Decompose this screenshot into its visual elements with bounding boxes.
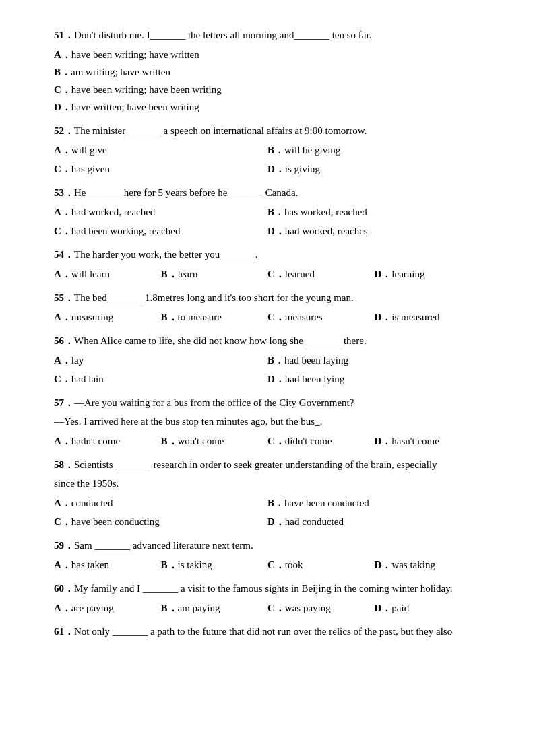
option-label: D． bbox=[375, 312, 392, 322]
option-text: had been laying bbox=[284, 355, 348, 366]
option-text: didn't come bbox=[285, 436, 332, 446]
option-label: B． bbox=[54, 67, 71, 77]
option: B．am paying bbox=[161, 599, 268, 617]
option-label: B． bbox=[161, 269, 178, 279]
option: C．had been working, reached bbox=[54, 222, 268, 240]
option-text: have been writing; have written bbox=[71, 49, 199, 60]
option: D．had worked, reaches bbox=[268, 222, 481, 240]
options-grid: A．measuringB．to measureC．measuresD．is me… bbox=[54, 308, 481, 326]
option-text: have been conducted bbox=[284, 497, 369, 508]
option-text: have written; have been writing bbox=[71, 102, 199, 112]
option-label: C． bbox=[268, 269, 285, 279]
option: B．is taking bbox=[161, 556, 268, 574]
option: B．will be giving bbox=[268, 141, 481, 159]
option-label: A． bbox=[54, 559, 71, 570]
option-text: had conducted bbox=[285, 516, 344, 527]
option-label: A． bbox=[54, 49, 71, 60]
option: A．has taken bbox=[54, 556, 161, 574]
option-text: measuring bbox=[71, 312, 113, 322]
question-block: 59．Sam _______ advanced literature next … bbox=[54, 537, 481, 574]
option: D．had been lying bbox=[268, 370, 481, 388]
option-label: C． bbox=[54, 84, 71, 95]
question-text: 55．The bed_______ 1.8metres long and it'… bbox=[54, 289, 481, 306]
option: A．will learn bbox=[54, 265, 161, 283]
question-block: 52．The minister_______ a speech on inter… bbox=[54, 123, 481, 178]
option-text: had worked, reaches bbox=[285, 226, 368, 236]
option: C．didn't come bbox=[268, 432, 375, 450]
option-label: C． bbox=[54, 164, 71, 174]
option: A．measuring bbox=[54, 308, 161, 326]
question-block: 51．Don't disturb me. I_______ the letter… bbox=[54, 27, 481, 116]
option-text: learning bbox=[391, 269, 424, 279]
option-text: paid bbox=[391, 603, 409, 613]
option: B．have been conducted bbox=[268, 494, 481, 512]
question-text: 56．When Alice came to life, she did not … bbox=[54, 333, 481, 349]
option-label: B． bbox=[161, 312, 178, 322]
question-block: 57．—Are you waiting for a bus from the o… bbox=[54, 394, 481, 450]
option-label: B． bbox=[268, 355, 284, 366]
option-text: had been working, reached bbox=[71, 226, 181, 236]
option: C．learned bbox=[268, 265, 375, 283]
question-text: 51．Don't disturb me. I_______ the letter… bbox=[54, 27, 481, 43]
question-block: 56．When Alice came to life, she did not … bbox=[54, 333, 481, 388]
option-label: D． bbox=[375, 436, 392, 446]
option-text: was paying bbox=[285, 603, 331, 613]
option: D．have written; have been writing bbox=[54, 98, 481, 116]
option-label: A． bbox=[54, 207, 71, 217]
option-text: measures bbox=[285, 312, 323, 322]
option: B．has worked, reached bbox=[268, 203, 481, 221]
option-text: had worked, reached bbox=[71, 207, 156, 217]
option-text: had lain bbox=[71, 374, 104, 384]
option-label: A． bbox=[54, 436, 71, 446]
option-text: has worked, reached bbox=[284, 207, 367, 217]
option-label: B． bbox=[161, 559, 178, 570]
options-grid: A．will giveB．will be givingC．has givenD．… bbox=[54, 141, 481, 178]
option-text: have been conducting bbox=[71, 516, 160, 527]
option: D．had conducted bbox=[268, 513, 481, 530]
option-text: has given bbox=[71, 164, 110, 174]
option-label: C． bbox=[54, 516, 71, 527]
question-text: 61．Not only _______ a path to the future… bbox=[54, 623, 481, 640]
option: D．hasn't come bbox=[375, 432, 482, 450]
question-block: 58．Scientists _______ research in order … bbox=[54, 456, 481, 530]
options-grid: A．are payingB．am payingC．was payingD．pai… bbox=[54, 599, 481, 617]
option-text: am paying bbox=[178, 603, 220, 613]
option-text: learned bbox=[285, 269, 315, 279]
question-block: 55．The bed_______ 1.8metres long and it'… bbox=[54, 289, 481, 326]
question-text: 52．The minister_______ a speech on inter… bbox=[54, 123, 481, 139]
option-text: will learn bbox=[71, 269, 110, 279]
option-label: D． bbox=[268, 516, 285, 527]
option: D．paid bbox=[375, 599, 482, 617]
option-text: will give bbox=[71, 145, 107, 156]
option-text: are paying bbox=[71, 603, 114, 613]
option: C．have been conducting bbox=[54, 513, 268, 530]
question-text: 60．My family and I _______ a visit to th… bbox=[54, 580, 481, 596]
option-label: A． bbox=[54, 145, 71, 156]
options-grid: A．layB．had been layingC．had lainD．had be… bbox=[54, 351, 481, 388]
option: A．will give bbox=[54, 141, 268, 159]
option: A．lay bbox=[54, 351, 268, 369]
option-text: had been lying bbox=[285, 374, 344, 384]
option-text: has taken bbox=[71, 559, 109, 570]
option: A．hadn't come bbox=[54, 432, 161, 450]
option-label: C． bbox=[268, 436, 285, 446]
option-text: have been writing; have been writing bbox=[71, 84, 222, 95]
question-text: 53．He_______ here for 5 years before he_… bbox=[54, 184, 481, 201]
question-text: 58．Scientists _______ research in order … bbox=[54, 456, 481, 473]
option: C．has given bbox=[54, 160, 268, 178]
option-label: C． bbox=[268, 559, 285, 570]
option: B．am writing; have written bbox=[54, 63, 481, 81]
option-label: B． bbox=[268, 145, 284, 156]
option-label: A． bbox=[54, 603, 71, 613]
options-grid: A．conductedB．have been conductedC．have b… bbox=[54, 494, 481, 530]
option-text: conducted bbox=[71, 497, 113, 508]
options-container: A．have been writing; have writtenB．am wr… bbox=[54, 46, 481, 116]
question-block: 61．Not only _______ a path to the future… bbox=[54, 623, 481, 640]
question-subtext: since the 1950s. bbox=[54, 475, 481, 491]
options-grid: A．has takenB．is takingC．tookD．was taking bbox=[54, 556, 481, 574]
option: D．learning bbox=[375, 265, 482, 283]
option: A．conducted bbox=[54, 494, 268, 512]
option-label: D． bbox=[375, 269, 392, 279]
option: C．have been writing; have been writing bbox=[54, 81, 481, 98]
option-text: lay bbox=[71, 355, 84, 366]
